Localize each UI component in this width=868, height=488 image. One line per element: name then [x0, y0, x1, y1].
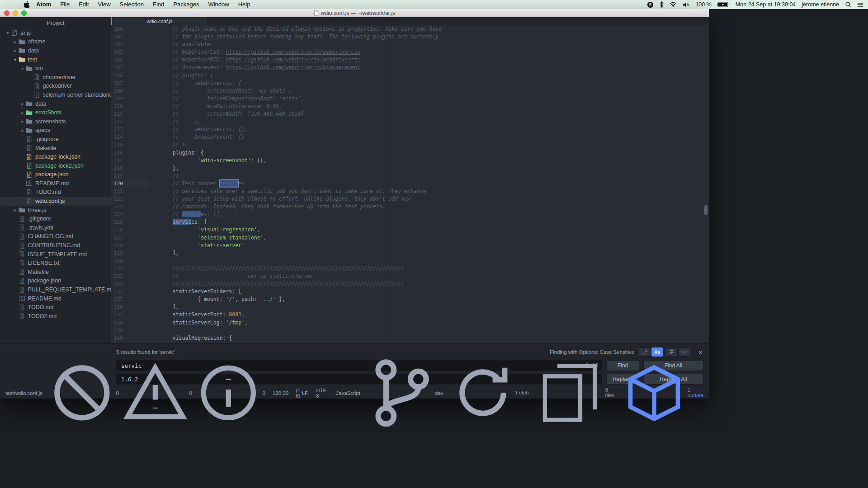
code-line-107[interactable]: 107 // webdrivercss: {: [111, 80, 709, 87]
code-line-138[interactable]: 138 staticServerLog: '/tmp',: [111, 319, 709, 327]
tree-item-readme-md[interactable]: README.md: [0, 179, 111, 188]
code-line-108[interactable]: 108 // screenshotRoot: 'my-shots',: [111, 87, 709, 95]
tree-item-geckodriver[interactable]: geckodriver: [0, 82, 111, 91]
notification-center-icon[interactable]: [857, 2, 863, 7]
code-line-124[interactable]: 124 // services: [],: [111, 211, 709, 218]
tree-item-makefile[interactable]: Makefile: [0, 144, 111, 153]
chevron-down-icon[interactable]: ▾: [12, 57, 19, 62]
linter-infos[interactable]: 0: [196, 361, 265, 425]
window-title-bar[interactable]: wdio.conf.js — ~/webwork/ar.js: [0, 9, 709, 17]
tree-item-todo2-md[interactable]: TODO2.md: [0, 312, 111, 321]
git-branch[interactable]: dev: [368, 356, 443, 430]
code-line-109[interactable]: 109 // failedComparisonsRoot: 'diffs',: [111, 95, 709, 103]
git-changed-files[interactable]: 9 files: [537, 360, 614, 426]
linter-warnings[interactable]: 0: [123, 361, 192, 425]
zoom-window-button[interactable]: [21, 10, 27, 16]
chevron-right-icon[interactable]: ▸: [19, 119, 26, 124]
bluetooth-icon[interactable]: [660, 1, 664, 8]
tree-item-package-lock-json[interactable]: package-lock.json: [0, 152, 111, 161]
code-line-102[interactable]: 102 // available:: [111, 41, 709, 48]
chevron-right-icon[interactable]: ▸: [12, 39, 19, 44]
tree-item-todo-md[interactable]: TODO.md: [0, 188, 111, 197]
volume-icon[interactable]: [683, 2, 689, 8]
menu-packages[interactable]: Packages: [169, 0, 203, 9]
chevron-down-icon[interactable]: ▾: [5, 30, 11, 35]
code-line-117[interactable]: 117 'wdio-screenshot': {},: [111, 157, 709, 164]
only-in-selection-option[interactable]: [666, 347, 678, 357]
tree-item-todo-md[interactable]: TODO.md: [0, 303, 111, 312]
menu-selection[interactable]: Selection: [115, 0, 148, 9]
tree-item-changelog-md[interactable]: CHANGELOG.md: [0, 232, 111, 241]
regex-option[interactable]: .*: [639, 347, 651, 357]
tree-item--travis-yml[interactable]: .travis.yml: [0, 223, 111, 232]
git-fetch[interactable]: Fetch: [452, 361, 529, 424]
code-line-123[interactable]: 123 // commands. Instead, they hook them…: [111, 203, 709, 211]
close-window-button[interactable]: [4, 10, 9, 16]
tree-item-package-json[interactable]: package.json: [0, 277, 111, 286]
menu-help[interactable]: Help: [234, 0, 255, 9]
code-line-119[interactable]: 119 //: [111, 172, 709, 180]
tree-item-wdio-conf-js[interactable]: wdio.conf.js: [0, 197, 111, 206]
grammar-selector[interactable]: JavaScript: [336, 390, 360, 396]
spotlight-search-icon[interactable]: [845, 1, 851, 8]
tree-item--gitignore[interactable]: .gitignore: [0, 135, 111, 144]
tree-item-bin[interactable]: ▾bin: [0, 64, 111, 73]
tab-wdio-conf-js[interactable]: wdio.conf.js: [112, 17, 207, 25]
menu-edit[interactable]: Edit: [74, 0, 93, 9]
battery-icon[interactable]: [717, 2, 730, 7]
tree-item-readme-md[interactable]: README.md: [0, 294, 111, 303]
code-line-129[interactable]: 129 ],: [111, 249, 709, 257]
tree-item-selenium-server-standalone-3-0-1-ja[interactable]: selenium-server-standalone-3.0.1.ja: [0, 90, 111, 99]
code-line-125[interactable]: 125 services: [: [111, 218, 709, 226]
code-line-137[interactable]: 137 staticServerPort: 8081,: [111, 311, 709, 319]
tree-item-test[interactable]: ▾test: [0, 55, 111, 64]
tree-item-package-json[interactable]: package.json: [0, 170, 111, 179]
code-line-103[interactable]: 103 // WebdriverCSS: https://github.com/…: [111, 48, 709, 56]
menu-user[interactable]: jerome etienne: [802, 1, 839, 8]
tree-item-license-txt[interactable]: LICENSE.txt: [0, 258, 111, 267]
tree-item--gitignore[interactable]: .gitignore: [0, 214, 111, 223]
chevron-right-icon[interactable]: ▸: [12, 207, 19, 212]
code-line-114[interactable]: 114 // browserevent: {}: [111, 133, 709, 141]
code-line-140[interactable]: 140 visualRegression: {: [111, 334, 709, 342]
tree-item-pull-request-template-md[interactable]: PULL_REQUEST_TEMPLATE.md: [0, 285, 111, 294]
code-line-128[interactable]: 128 'static-server': [111, 242, 709, 249]
code-line-131[interactable]: 131 ////////////////////////////////////…: [111, 265, 709, 272]
code-line-113[interactable]: 113 // webdriverrtc: {},: [111, 126, 709, 133]
code-line-110[interactable]: 110 // misMatchTolerance: 0.05,: [111, 103, 709, 110]
tree-item-contributing-md[interactable]: CONTRIBUTING.md: [0, 241, 111, 250]
tree-item-package-lock2-json[interactable]: package-lock2.json: [0, 161, 111, 170]
tree-item-issue-template-md[interactable]: ISSUE_TEMPLATE.md: [0, 250, 111, 259]
tree-item-screenshots[interactable]: ▸screenshots: [0, 117, 111, 126]
whole-word-option[interactable]: ab: [679, 347, 690, 357]
chevron-right-icon[interactable]: ▸: [12, 48, 19, 53]
case-option[interactable]: Aa: [651, 347, 663, 357]
code-line-111[interactable]: 111 // screenWidth: [320,480,640,1024]: [111, 110, 709, 118]
linter-errors[interactable]: 0: [50, 361, 119, 425]
code-line-106[interactable]: 106 // plugins: {: [111, 72, 709, 80]
menu-view[interactable]: View: [94, 0, 115, 9]
chevron-right-icon[interactable]: ▸: [19, 101, 26, 106]
code-line-132[interactable]: 132 // set up static-sterver: [111, 272, 709, 280]
package-updates[interactable]: 1 update: [623, 361, 703, 425]
menu-atom[interactable]: Atom: [32, 0, 56, 9]
minimize-window-button[interactable]: [13, 10, 18, 16]
tree-item-errorshots[interactable]: ▸errorShots: [0, 108, 111, 117]
code-line-100[interactable]: 100 // plugin name as key and the desire…: [111, 25, 709, 33]
code-line-136[interactable]: 136 ],: [111, 303, 709, 311]
battery-percent[interactable]: 100 %: [695, 1, 711, 8]
tree-item-aframe[interactable]: ▸aframe: [0, 38, 111, 47]
code-line-122[interactable]: 122 // your test setup with almost no ef…: [111, 195, 709, 203]
code-line-112[interactable]: 112 // },: [111, 118, 709, 126]
menu-window[interactable]: Window: [203, 0, 233, 9]
code-line-116[interactable]: 116 plugins: {: [111, 149, 709, 157]
wifi-icon[interactable]: [670, 2, 677, 7]
tree-item-three-js[interactable]: ▸three.js: [0, 206, 111, 215]
tree-item-chromedriver[interactable]: chromedriver: [0, 73, 111, 82]
menu-find[interactable]: Find: [148, 0, 169, 9]
tree-item-data[interactable]: ▸data: [0, 99, 111, 108]
code-line-120[interactable]: 120 // Test runner services: [111, 180, 709, 188]
code-line-118[interactable]: 118 },: [111, 164, 709, 172]
chevron-right-icon[interactable]: ▸: [19, 128, 26, 133]
code-line-115[interactable]: 115 // },: [111, 141, 709, 149]
